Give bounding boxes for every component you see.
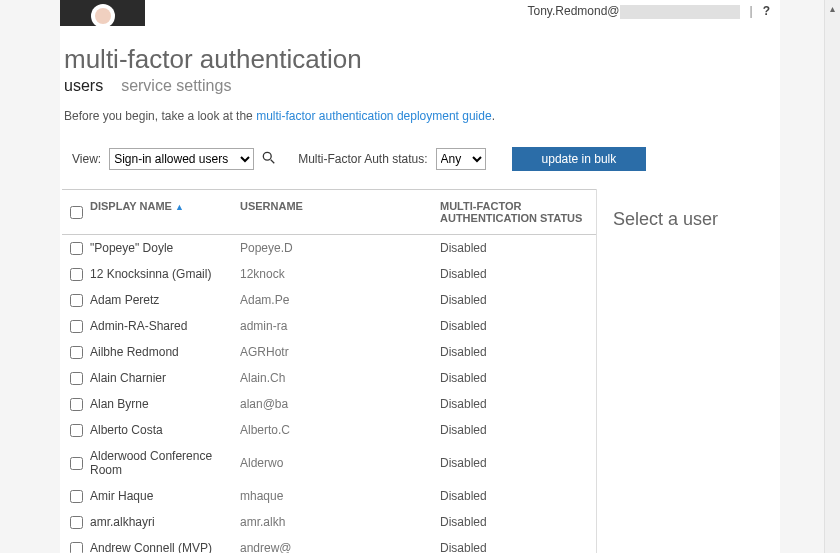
side-panel: Select a user xyxy=(597,189,780,553)
row-status: Disabled xyxy=(440,241,596,255)
table-row[interactable]: "Popeye" DoylePopeye.DDisabled xyxy=(62,235,596,261)
row-display-name: Alan Byrne xyxy=(90,397,240,411)
row-checkbox[interactable] xyxy=(70,268,83,281)
account-domain-redacted xyxy=(620,5,740,19)
table-row[interactable]: Alan Byrnealan@baDisabled xyxy=(62,391,596,417)
row-status: Disabled xyxy=(440,423,596,437)
account-email: Tony.Redmond@ xyxy=(528,4,740,19)
row-username: alan@ba xyxy=(240,397,440,411)
row-username: Adam.Pe xyxy=(240,293,440,307)
row-checkbox[interactable] xyxy=(70,242,83,255)
users-table: DISPLAY NAME▲ USERNAME MULTI-FACTOR AUTH… xyxy=(62,189,597,553)
row-checkbox[interactable] xyxy=(70,542,83,554)
row-status: Disabled xyxy=(440,267,596,281)
table-row[interactable]: Amir HaquemhaqueDisabled xyxy=(62,483,596,509)
view-select[interactable]: Sign-in allowed users xyxy=(109,148,254,170)
svg-point-0 xyxy=(263,152,271,160)
row-display-name: Alain Charnier xyxy=(90,371,240,385)
row-display-name: Ailbhe Redmond xyxy=(90,345,240,359)
search-icon[interactable] xyxy=(262,151,276,168)
table-row[interactable]: Alberto CostaAlberto.CDisabled xyxy=(62,417,596,443)
row-checkbox[interactable] xyxy=(70,516,83,529)
column-mfa-status[interactable]: MULTI-FACTOR AUTHENTICATION STATUS xyxy=(440,200,596,224)
table-row[interactable]: Adam PeretzAdam.PeDisabled xyxy=(62,287,596,313)
svg-line-1 xyxy=(271,159,275,163)
column-username[interactable]: USERNAME xyxy=(240,200,440,224)
row-status: Disabled xyxy=(440,371,596,385)
view-label: View: xyxy=(72,152,101,166)
table-row[interactable]: Andrew Connell (MVP)andrew@Disabled xyxy=(62,535,596,553)
select-all-checkbox[interactable] xyxy=(70,206,83,219)
row-checkbox[interactable] xyxy=(70,490,83,503)
row-status: Disabled xyxy=(440,293,596,307)
row-status: Disabled xyxy=(440,456,596,470)
divider: | xyxy=(750,4,753,18)
status-label: Multi-Factor Auth status: xyxy=(298,152,427,166)
intro-text: Before you begin, take a look at the mul… xyxy=(62,109,780,147)
row-checkbox[interactable] xyxy=(70,320,83,333)
row-username: 12knock xyxy=(240,267,440,281)
deployment-guide-link[interactable]: multi-factor authentication deployment g… xyxy=(256,109,491,123)
table-row[interactable]: Alderwood Conference RoomAlderwoDisabled xyxy=(62,443,596,483)
row-display-name: Admin-RA-Shared xyxy=(90,319,240,333)
table-row[interactable]: Admin-RA-Sharedadmin-raDisabled xyxy=(62,313,596,339)
help-icon[interactable]: ? xyxy=(763,4,770,18)
row-status: Disabled xyxy=(440,515,596,529)
row-username: Alain.Ch xyxy=(240,371,440,385)
row-username: amr.alkh xyxy=(240,515,440,529)
row-username: andrew@ xyxy=(240,541,440,553)
status-select[interactable]: Any xyxy=(436,148,486,170)
row-display-name: Alderwood Conference Room xyxy=(90,449,240,477)
tab-service-settings[interactable]: service settings xyxy=(121,77,231,95)
row-display-name: Alberto Costa xyxy=(90,423,240,437)
page-title: multi-factor authentication xyxy=(62,36,780,75)
sort-asc-icon: ▲ xyxy=(175,202,184,212)
row-display-name: "Popeye" Doyle xyxy=(90,241,240,255)
row-checkbox[interactable] xyxy=(70,398,83,411)
row-username: admin-ra xyxy=(240,319,440,333)
row-checkbox[interactable] xyxy=(70,346,83,359)
column-display-name[interactable]: DISPLAY NAME▲ xyxy=(90,200,240,224)
tabs: users service settings xyxy=(62,75,780,109)
table-row[interactable]: 12 Knocksinna (Gmail)12knockDisabled xyxy=(62,261,596,287)
table-row[interactable]: Ailbhe RedmondAGRHotrDisabled xyxy=(62,339,596,365)
scrollbar[interactable]: ▴ xyxy=(824,0,840,553)
avatar[interactable] xyxy=(60,0,145,26)
row-status: Disabled xyxy=(440,345,596,359)
row-username: Popeye.D xyxy=(240,241,440,255)
scroll-up-icon[interactable]: ▴ xyxy=(825,0,840,16)
table-row[interactable]: Alain CharnierAlain.ChDisabled xyxy=(62,365,596,391)
row-username: Alderwo xyxy=(240,456,440,470)
row-display-name: Adam Peretz xyxy=(90,293,240,307)
row-status: Disabled xyxy=(440,397,596,411)
row-display-name: Andrew Connell (MVP) xyxy=(90,541,240,553)
row-status: Disabled xyxy=(440,489,596,503)
row-display-name: Amir Haque xyxy=(90,489,240,503)
update-in-bulk-button[interactable]: update in bulk xyxy=(512,147,647,171)
row-status: Disabled xyxy=(440,541,596,553)
table-row[interactable]: amr.alkhayriamr.alkhDisabled xyxy=(62,509,596,535)
row-username: Alberto.C xyxy=(240,423,440,437)
row-checkbox[interactable] xyxy=(70,424,83,437)
tab-users[interactable]: users xyxy=(64,77,103,95)
side-panel-title: Select a user xyxy=(613,209,770,230)
row-status: Disabled xyxy=(440,319,596,333)
row-username: mhaque xyxy=(240,489,440,503)
row-username: AGRHotr xyxy=(240,345,440,359)
row-display-name: amr.alkhayri xyxy=(90,515,240,529)
row-display-name: 12 Knocksinna (Gmail) xyxy=(90,267,240,281)
row-checkbox[interactable] xyxy=(70,372,83,385)
row-checkbox[interactable] xyxy=(70,457,83,470)
row-checkbox[interactable] xyxy=(70,294,83,307)
